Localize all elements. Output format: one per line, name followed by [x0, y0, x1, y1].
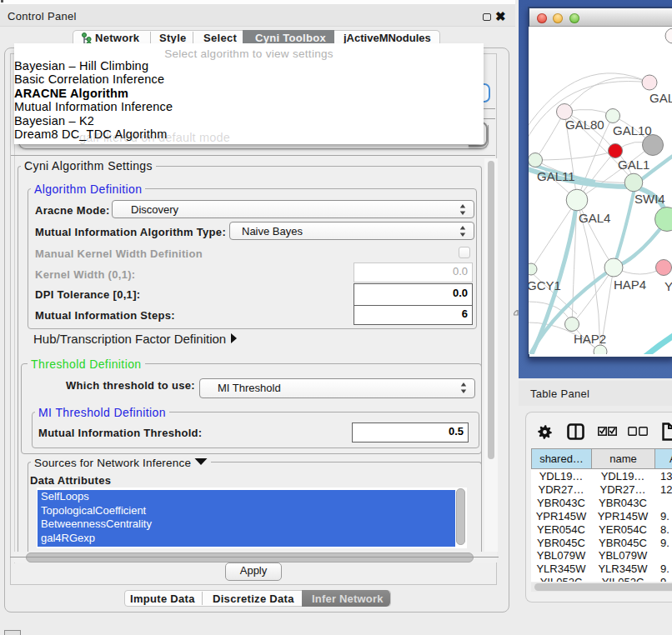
- svg-text:GAL80: GAL80: [565, 118, 604, 132]
- svg-text:HAP2: HAP2: [574, 332, 606, 346]
- svg-text:GAL1: GAL1: [618, 158, 649, 172]
- svg-text:GCY1: GCY1: [529, 278, 561, 292]
- svg-text:Y: Y: [664, 279, 672, 293]
- svg-text:HAP4: HAP4: [614, 278, 646, 292]
- svg-text:GAL10: GAL10: [613, 123, 652, 138]
- svg-text:SWI4: SWI4: [634, 192, 665, 206]
- svg-text:GAL4: GAL4: [579, 211, 610, 225]
- svg-text:GAL11: GAL11: [537, 169, 575, 183]
- svg-text:GAL: GAL: [649, 91, 672, 105]
